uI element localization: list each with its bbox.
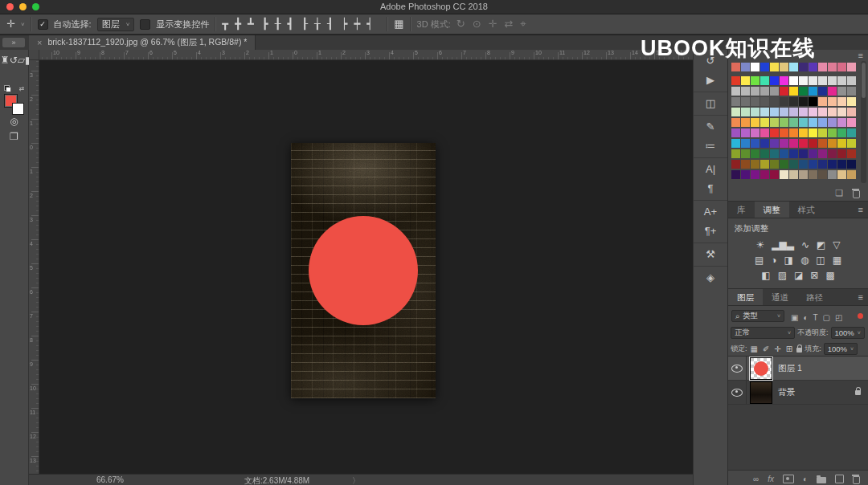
swatch[interactable]	[751, 76, 760, 85]
layer-visibility-cell[interactable]	[728, 381, 747, 404]
swatch[interactable]	[780, 97, 788, 106]
swatch[interactable]	[789, 87, 798, 96]
fill-dropdown[interactable]: 100% ˅	[824, 343, 858, 355]
swatch[interactable]	[799, 76, 808, 85]
blend-mode-dropdown[interactable]: 正常 ˅	[731, 327, 795, 339]
layer-filter-type-dropdown[interactable]: ⌕ 类型 ˅	[731, 310, 784, 322]
swatch[interactable]	[799, 170, 808, 179]
swatch[interactable]	[760, 63, 769, 71]
delete-layer-icon[interactable]	[853, 476, 860, 484]
swatch[interactable]	[828, 76, 837, 85]
swatch[interactable]	[847, 76, 856, 85]
swatch[interactable]	[847, 97, 856, 106]
vibrance-icon[interactable]: ▽	[833, 239, 840, 251]
swatch[interactable]	[751, 160, 760, 169]
distribute-bottom-icon[interactable]: ┨	[327, 18, 334, 30]
clone-stamp-tool[interactable]: ♜	[1, 55, 10, 66]
3d-panel-icon[interactable]: ◈	[694, 268, 728, 287]
threshold-icon[interactable]: ◪	[794, 270, 803, 281]
brushes-panel-icon[interactable]: ≔	[694, 137, 728, 156]
lock-transparent-pixels-icon[interactable]: ▦	[751, 344, 758, 353]
swatch[interactable]	[809, 108, 817, 116]
adjustments-tab[interactable]: 调整	[755, 202, 789, 218]
eye-icon[interactable]	[731, 389, 743, 397]
swatch[interactable]	[809, 160, 817, 169]
filter-smart-objects-icon[interactable]: ◰	[835, 313, 842, 322]
color-lookup-icon[interactable]: ▦	[833, 255, 841, 266]
swatch[interactable]	[799, 108, 808, 116]
swap-colors-icon[interactable]: ⇄	[19, 85, 25, 92]
swatch[interactable]	[799, 87, 808, 96]
tool-presets-panel-icon[interactable]: ⚒	[694, 245, 728, 264]
swatch[interactable]	[780, 149, 788, 158]
new-layer-icon[interactable]	[835, 475, 844, 483]
align-left-icon[interactable]: ┣	[262, 18, 268, 30]
add-mask-icon[interactable]	[783, 475, 794, 483]
panel-menu-icon[interactable]: ≡	[858, 202, 863, 218]
distribute-vertical-center-icon[interactable]: ╁	[314, 18, 321, 30]
swatch[interactable]	[837, 87, 846, 96]
swatch[interactable]	[741, 97, 750, 106]
3d-pan-icon[interactable]: ✛	[489, 18, 497, 30]
swatch[interactable]	[731, 108, 740, 116]
align-right-icon[interactable]: ┫	[287, 18, 293, 30]
swatch[interactable]	[760, 139, 769, 148]
color-balance-icon[interactable]: ◑	[771, 255, 776, 266]
swatch[interactable]	[760, 170, 769, 179]
character-panel-icon[interactable]: A|	[694, 160, 728, 179]
swatch[interactable]	[847, 118, 856, 127]
lock-image-pixels-icon[interactable]: ✐	[763, 344, 769, 353]
toolbar-collapse-chip[interactable]: »	[2, 38, 25, 47]
default-colors-icon[interactable]	[4, 85, 11, 92]
opacity-dropdown[interactable]: 100% ˅	[831, 327, 865, 339]
swatch[interactable]	[780, 170, 788, 179]
filter-pixel-layers-icon[interactable]: ▣	[791, 313, 798, 322]
swatch[interactable]	[780, 108, 788, 116]
swatch[interactable]	[731, 63, 740, 71]
lock-artboard-icon[interactable]: ⊞	[786, 344, 792, 353]
swatch[interactable]	[799, 97, 808, 106]
swatch[interactable]	[789, 63, 798, 71]
layers-tab[interactable]: 通道	[763, 289, 797, 305]
paragraph-panel-icon[interactable]: ¶	[694, 179, 728, 198]
swatch[interactable]	[780, 76, 788, 85]
device-preview-panel-icon[interactable]: ◫	[694, 94, 728, 113]
align-horizontal-center-icon[interactable]: ╂	[275, 18, 281, 30]
layer-thumbnail[interactable]	[751, 382, 772, 403]
vertical-ruler[interactable]: 321012345678910111213	[29, 60, 39, 474]
swatch[interactable]	[818, 118, 827, 127]
swatch[interactable]	[809, 149, 817, 158]
swatch[interactable]	[760, 118, 769, 127]
swatches-scrollbar[interactable]	[861, 61, 866, 183]
swatch[interactable]	[780, 128, 788, 137]
swatch[interactable]	[828, 139, 837, 148]
swatch[interactable]	[780, 118, 788, 127]
delete-swatch-icon[interactable]	[853, 190, 860, 198]
screen-mode-button[interactable]: ❐	[4, 130, 25, 144]
swatch[interactable]	[847, 139, 856, 148]
background-color-swatch[interactable]	[12, 103, 24, 115]
auto-select-target-dropdown[interactable]: 图层 ˅	[97, 18, 135, 31]
swatch[interactable]	[751, 170, 760, 179]
zoom-level-field[interactable]: 66.67%	[96, 475, 124, 484]
curves-icon[interactable]: ∿	[801, 239, 809, 251]
actions-panel-icon[interactable]: ▶	[694, 71, 728, 90]
swatch[interactable]	[731, 87, 740, 96]
swatch[interactable]	[789, 97, 798, 106]
swatch[interactable]	[847, 160, 856, 169]
swatch[interactable]	[799, 139, 808, 148]
layer-row[interactable]: 背景	[728, 381, 868, 405]
exposure-icon[interactable]: ◩	[817, 239, 825, 251]
swatch[interactable]	[751, 97, 760, 106]
swatch[interactable]	[760, 128, 769, 137]
photo-filter-icon[interactable]: ◍	[800, 255, 809, 266]
brightness-contrast-icon[interactable]: ☀	[755, 239, 764, 251]
adjustments-tab[interactable]: 库	[728, 202, 755, 218]
swatch[interactable]	[809, 97, 817, 106]
swatch[interactable]	[789, 160, 798, 169]
new-group-icon[interactable]	[817, 477, 826, 483]
show-transform-checkbox[interactable]	[140, 19, 150, 30]
swatch[interactable]	[847, 63, 856, 71]
swatch[interactable]	[770, 76, 779, 85]
document-tab[interactable]: × brick-1837112_1920.jpg @ 66.7% (图层 1, …	[29, 35, 256, 50]
